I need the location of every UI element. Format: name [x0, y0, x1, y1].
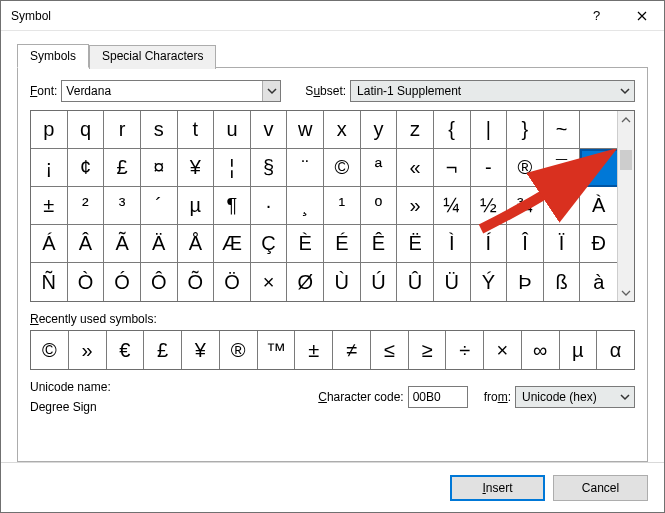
recent-symbol-cell[interactable]: ÷ — [446, 331, 484, 369]
symbol-cell[interactable]: ¯ — [544, 149, 581, 187]
symbol-cell[interactable]: Ò — [68, 263, 105, 301]
symbol-cell[interactable]: | — [471, 111, 508, 149]
symbol-cell[interactable]: ¥ — [178, 149, 215, 187]
symbol-cell[interactable]: y — [361, 111, 398, 149]
font-input[interactable] — [62, 81, 262, 101]
recent-symbol-cell[interactable]: £ — [144, 331, 182, 369]
symbol-cell[interactable]: Ñ — [31, 263, 68, 301]
character-code-input[interactable] — [408, 386, 468, 408]
recent-symbol-cell[interactable]: € — [107, 331, 145, 369]
symbol-cell[interactable]: ² — [68, 187, 105, 225]
symbol-cell[interactable]: ± — [31, 187, 68, 225]
symbol-cell[interactable]: v — [251, 111, 288, 149]
symbol-cell[interactable]: ½ — [471, 187, 508, 225]
symbol-cell[interactable]: z — [397, 111, 434, 149]
symbol-cell[interactable]: Ý — [471, 263, 508, 301]
chevron-down-icon[interactable] — [616, 81, 634, 101]
scroll-up-button[interactable] — [618, 111, 634, 128]
symbol-cell[interactable]: Ð — [580, 225, 617, 263]
chevron-down-icon[interactable] — [262, 81, 280, 101]
symbol-cell[interactable]: à — [580, 263, 617, 301]
symbol-cell[interactable]: ¸ — [287, 187, 324, 225]
symbol-cell[interactable]: Ó — [104, 263, 141, 301]
symbol-grid[interactable]: pqrstuvwxyz{|}~¡¢£¤¥¦§¨©ª«¬-®¯°±²³´µ¶·¸¹… — [31, 111, 617, 301]
symbol-cell[interactable]: · — [251, 187, 288, 225]
symbol-cell[interactable]: ¼ — [434, 187, 471, 225]
symbol-cell[interactable]: ¨ — [287, 149, 324, 187]
symbol-cell[interactable]: ¶ — [214, 187, 251, 225]
symbol-cell[interactable]: t — [178, 111, 215, 149]
symbol-cell[interactable]: Þ — [507, 263, 544, 301]
symbol-cell[interactable]: r — [104, 111, 141, 149]
symbol-cell[interactable]: ® — [507, 149, 544, 187]
recent-symbol-cell[interactable]: » — [69, 331, 107, 369]
symbol-cell[interactable]: Î — [507, 225, 544, 263]
recent-symbol-cell[interactable]: ® — [220, 331, 258, 369]
symbol-cell[interactable]: È — [287, 225, 324, 263]
symbol-cell[interactable]: ª — [361, 149, 398, 187]
symbol-cell[interactable]: Ö — [214, 263, 251, 301]
symbol-cell[interactable]: Ï — [544, 225, 581, 263]
symbol-cell[interactable]: À — [580, 187, 617, 225]
symbol-cell[interactable] — [580, 111, 617, 149]
recent-symbol-cell[interactable]: ≤ — [371, 331, 409, 369]
symbol-cell[interactable]: ~ — [544, 111, 581, 149]
recent-symbol-cell[interactable]: µ — [560, 331, 598, 369]
symbol-cell[interactable]: s — [141, 111, 178, 149]
symbol-cell[interactable]: ¡ — [31, 149, 68, 187]
symbol-cell[interactable]: x — [324, 111, 361, 149]
symbol-cell[interactable]: × — [251, 263, 288, 301]
symbol-cell[interactable]: ¢ — [68, 149, 105, 187]
symbol-cell[interactable]: £ — [104, 149, 141, 187]
cancel-button[interactable]: Cancel — [553, 475, 648, 501]
symbol-cell[interactable]: Í — [471, 225, 508, 263]
from-combobox[interactable]: Unicode (hex) — [515, 386, 635, 408]
symbol-cell[interactable]: q — [68, 111, 105, 149]
symbol-cell[interactable]: « — [397, 149, 434, 187]
scroll-down-button[interactable] — [618, 284, 634, 301]
symbol-cell[interactable]: Â — [68, 225, 105, 263]
symbol-cell[interactable]: Ô — [141, 263, 178, 301]
symbol-cell[interactable]: ¿ — [544, 187, 581, 225]
symbol-cell[interactable]: Ç — [251, 225, 288, 263]
symbol-cell[interactable]: Ü — [434, 263, 471, 301]
tab-symbols[interactable]: Symbols — [17, 44, 89, 68]
symbol-cell[interactable]: § — [251, 149, 288, 187]
symbol-cell[interactable]: ¦ — [214, 149, 251, 187]
recent-symbol-cell[interactable]: α — [597, 331, 634, 369]
recent-symbol-cell[interactable]: ™ — [258, 331, 296, 369]
symbol-cell[interactable]: { — [434, 111, 471, 149]
recent-symbol-cell[interactable]: ± — [295, 331, 333, 369]
symbol-cell[interactable]: p — [31, 111, 68, 149]
symbol-cell[interactable]: ¹ — [324, 187, 361, 225]
symbol-cell[interactable]: - — [471, 149, 508, 187]
symbol-cell[interactable]: ¾ — [507, 187, 544, 225]
symbol-cell[interactable]: Å — [178, 225, 215, 263]
symbol-cell[interactable]: Ë — [397, 225, 434, 263]
close-button[interactable] — [619, 1, 664, 31]
symbol-cell[interactable]: ¤ — [141, 149, 178, 187]
scroll-track[interactable] — [618, 128, 634, 284]
symbol-cell[interactable]: © — [324, 149, 361, 187]
chevron-down-icon[interactable] — [616, 387, 634, 407]
symbol-cell[interactable]: ° — [580, 149, 617, 187]
symbol-cell[interactable]: Û — [397, 263, 434, 301]
symbol-cell[interactable]: Ø — [287, 263, 324, 301]
scrollbar[interactable] — [617, 111, 634, 301]
symbol-cell[interactable]: u — [214, 111, 251, 149]
symbol-cell[interactable]: É — [324, 225, 361, 263]
symbol-cell[interactable]: Ú — [361, 263, 398, 301]
symbol-cell[interactable]: w — [287, 111, 324, 149]
recent-symbol-cell[interactable]: ¥ — [182, 331, 220, 369]
symbol-cell[interactable]: Á — [31, 225, 68, 263]
symbol-cell[interactable]: Õ — [178, 263, 215, 301]
scroll-thumb[interactable] — [620, 150, 632, 170]
font-combobox[interactable] — [61, 80, 281, 102]
recent-symbol-cell[interactable]: × — [484, 331, 522, 369]
symbol-cell[interactable]: µ — [178, 187, 215, 225]
symbol-cell[interactable]: Ê — [361, 225, 398, 263]
help-button[interactable]: ? — [574, 1, 619, 31]
symbol-cell[interactable]: ³ — [104, 187, 141, 225]
symbol-cell[interactable]: º — [361, 187, 398, 225]
symbol-cell[interactable]: Ì — [434, 225, 471, 263]
